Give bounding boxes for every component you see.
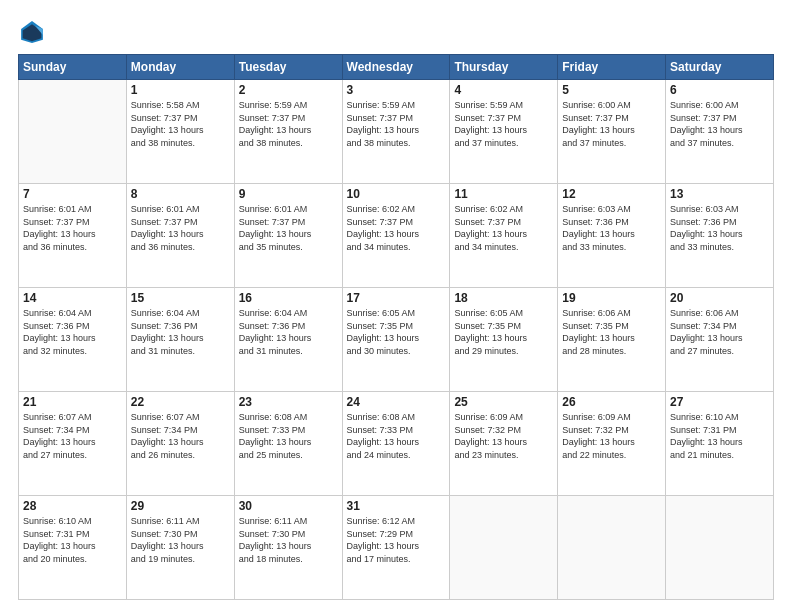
day-info: Sunrise: 6:06 AM Sunset: 7:34 PM Dayligh…	[670, 307, 769, 357]
day-info: Sunrise: 6:01 AM Sunset: 7:37 PM Dayligh…	[131, 203, 230, 253]
page: SundayMondayTuesdayWednesdayThursdayFrid…	[0, 0, 792, 612]
weekday-header-wednesday: Wednesday	[342, 55, 450, 80]
day-info: Sunrise: 6:04 AM Sunset: 7:36 PM Dayligh…	[131, 307, 230, 357]
day-cell: 1Sunrise: 5:58 AM Sunset: 7:37 PM Daylig…	[126, 80, 234, 184]
day-info: Sunrise: 6:08 AM Sunset: 7:33 PM Dayligh…	[347, 411, 446, 461]
day-info: Sunrise: 6:12 AM Sunset: 7:29 PM Dayligh…	[347, 515, 446, 565]
weekday-header-monday: Monday	[126, 55, 234, 80]
day-cell: 25Sunrise: 6:09 AM Sunset: 7:32 PM Dayli…	[450, 392, 558, 496]
day-info: Sunrise: 6:00 AM Sunset: 7:37 PM Dayligh…	[670, 99, 769, 149]
day-number: 23	[239, 395, 338, 409]
day-number: 30	[239, 499, 338, 513]
day-info: Sunrise: 6:07 AM Sunset: 7:34 PM Dayligh…	[23, 411, 122, 461]
day-cell: 3Sunrise: 5:59 AM Sunset: 7:37 PM Daylig…	[342, 80, 450, 184]
day-cell: 17Sunrise: 6:05 AM Sunset: 7:35 PM Dayli…	[342, 288, 450, 392]
calendar-table: SundayMondayTuesdayWednesdayThursdayFrid…	[18, 54, 774, 600]
day-info: Sunrise: 6:10 AM Sunset: 7:31 PM Dayligh…	[670, 411, 769, 461]
day-number: 15	[131, 291, 230, 305]
day-number: 28	[23, 499, 122, 513]
day-info: Sunrise: 5:59 AM Sunset: 7:37 PM Dayligh…	[454, 99, 553, 149]
day-cell: 24Sunrise: 6:08 AM Sunset: 7:33 PM Dayli…	[342, 392, 450, 496]
day-number: 14	[23, 291, 122, 305]
weekday-header-friday: Friday	[558, 55, 666, 80]
week-row-4: 21Sunrise: 6:07 AM Sunset: 7:34 PM Dayli…	[19, 392, 774, 496]
day-info: Sunrise: 6:09 AM Sunset: 7:32 PM Dayligh…	[562, 411, 661, 461]
day-number: 21	[23, 395, 122, 409]
logo-icon	[18, 18, 46, 46]
day-number: 18	[454, 291, 553, 305]
day-cell: 28Sunrise: 6:10 AM Sunset: 7:31 PM Dayli…	[19, 496, 127, 600]
day-cell	[450, 496, 558, 600]
day-info: Sunrise: 5:59 AM Sunset: 7:37 PM Dayligh…	[347, 99, 446, 149]
day-cell: 2Sunrise: 5:59 AM Sunset: 7:37 PM Daylig…	[234, 80, 342, 184]
day-cell: 27Sunrise: 6:10 AM Sunset: 7:31 PM Dayli…	[666, 392, 774, 496]
day-number: 20	[670, 291, 769, 305]
day-cell: 20Sunrise: 6:06 AM Sunset: 7:34 PM Dayli…	[666, 288, 774, 392]
day-info: Sunrise: 6:04 AM Sunset: 7:36 PM Dayligh…	[239, 307, 338, 357]
day-cell: 5Sunrise: 6:00 AM Sunset: 7:37 PM Daylig…	[558, 80, 666, 184]
weekday-header-saturday: Saturday	[666, 55, 774, 80]
week-row-5: 28Sunrise: 6:10 AM Sunset: 7:31 PM Dayli…	[19, 496, 774, 600]
day-cell: 19Sunrise: 6:06 AM Sunset: 7:35 PM Dayli…	[558, 288, 666, 392]
day-number: 25	[454, 395, 553, 409]
day-number: 8	[131, 187, 230, 201]
day-cell: 22Sunrise: 6:07 AM Sunset: 7:34 PM Dayli…	[126, 392, 234, 496]
day-number: 24	[347, 395, 446, 409]
day-info: Sunrise: 6:09 AM Sunset: 7:32 PM Dayligh…	[454, 411, 553, 461]
day-number: 3	[347, 83, 446, 97]
day-cell: 14Sunrise: 6:04 AM Sunset: 7:36 PM Dayli…	[19, 288, 127, 392]
day-number: 1	[131, 83, 230, 97]
day-info: Sunrise: 6:10 AM Sunset: 7:31 PM Dayligh…	[23, 515, 122, 565]
day-cell: 9Sunrise: 6:01 AM Sunset: 7:37 PM Daylig…	[234, 184, 342, 288]
day-cell	[19, 80, 127, 184]
day-number: 11	[454, 187, 553, 201]
day-number: 2	[239, 83, 338, 97]
day-number: 6	[670, 83, 769, 97]
day-info: Sunrise: 5:59 AM Sunset: 7:37 PM Dayligh…	[239, 99, 338, 149]
day-number: 31	[347, 499, 446, 513]
weekday-header-sunday: Sunday	[19, 55, 127, 80]
day-number: 29	[131, 499, 230, 513]
day-number: 4	[454, 83, 553, 97]
day-info: Sunrise: 6:03 AM Sunset: 7:36 PM Dayligh…	[670, 203, 769, 253]
day-cell: 7Sunrise: 6:01 AM Sunset: 7:37 PM Daylig…	[19, 184, 127, 288]
day-number: 26	[562, 395, 661, 409]
day-cell: 30Sunrise: 6:11 AM Sunset: 7:30 PM Dayli…	[234, 496, 342, 600]
day-cell: 21Sunrise: 6:07 AM Sunset: 7:34 PM Dayli…	[19, 392, 127, 496]
day-cell: 10Sunrise: 6:02 AM Sunset: 7:37 PM Dayli…	[342, 184, 450, 288]
weekday-header-tuesday: Tuesday	[234, 55, 342, 80]
day-info: Sunrise: 6:05 AM Sunset: 7:35 PM Dayligh…	[347, 307, 446, 357]
day-info: Sunrise: 6:06 AM Sunset: 7:35 PM Dayligh…	[562, 307, 661, 357]
day-number: 17	[347, 291, 446, 305]
day-number: 7	[23, 187, 122, 201]
day-number: 22	[131, 395, 230, 409]
day-cell: 4Sunrise: 5:59 AM Sunset: 7:37 PM Daylig…	[450, 80, 558, 184]
day-info: Sunrise: 6:04 AM Sunset: 7:36 PM Dayligh…	[23, 307, 122, 357]
day-number: 16	[239, 291, 338, 305]
week-row-2: 7Sunrise: 6:01 AM Sunset: 7:37 PM Daylig…	[19, 184, 774, 288]
day-cell: 31Sunrise: 6:12 AM Sunset: 7:29 PM Dayli…	[342, 496, 450, 600]
day-info: Sunrise: 6:02 AM Sunset: 7:37 PM Dayligh…	[454, 203, 553, 253]
day-cell	[666, 496, 774, 600]
day-info: Sunrise: 6:01 AM Sunset: 7:37 PM Dayligh…	[23, 203, 122, 253]
day-info: Sunrise: 6:05 AM Sunset: 7:35 PM Dayligh…	[454, 307, 553, 357]
day-info: Sunrise: 6:07 AM Sunset: 7:34 PM Dayligh…	[131, 411, 230, 461]
day-info: Sunrise: 6:11 AM Sunset: 7:30 PM Dayligh…	[131, 515, 230, 565]
day-cell: 11Sunrise: 6:02 AM Sunset: 7:37 PM Dayli…	[450, 184, 558, 288]
logo	[18, 18, 50, 46]
day-cell: 29Sunrise: 6:11 AM Sunset: 7:30 PM Dayli…	[126, 496, 234, 600]
day-info: Sunrise: 5:58 AM Sunset: 7:37 PM Dayligh…	[131, 99, 230, 149]
day-number: 12	[562, 187, 661, 201]
day-number: 13	[670, 187, 769, 201]
week-row-3: 14Sunrise: 6:04 AM Sunset: 7:36 PM Dayli…	[19, 288, 774, 392]
day-cell: 15Sunrise: 6:04 AM Sunset: 7:36 PM Dayli…	[126, 288, 234, 392]
day-number: 19	[562, 291, 661, 305]
day-cell	[558, 496, 666, 600]
day-number: 5	[562, 83, 661, 97]
day-cell: 13Sunrise: 6:03 AM Sunset: 7:36 PM Dayli…	[666, 184, 774, 288]
day-number: 10	[347, 187, 446, 201]
day-cell: 26Sunrise: 6:09 AM Sunset: 7:32 PM Dayli…	[558, 392, 666, 496]
day-info: Sunrise: 6:11 AM Sunset: 7:30 PM Dayligh…	[239, 515, 338, 565]
day-info: Sunrise: 6:08 AM Sunset: 7:33 PM Dayligh…	[239, 411, 338, 461]
weekday-header-thursday: Thursday	[450, 55, 558, 80]
